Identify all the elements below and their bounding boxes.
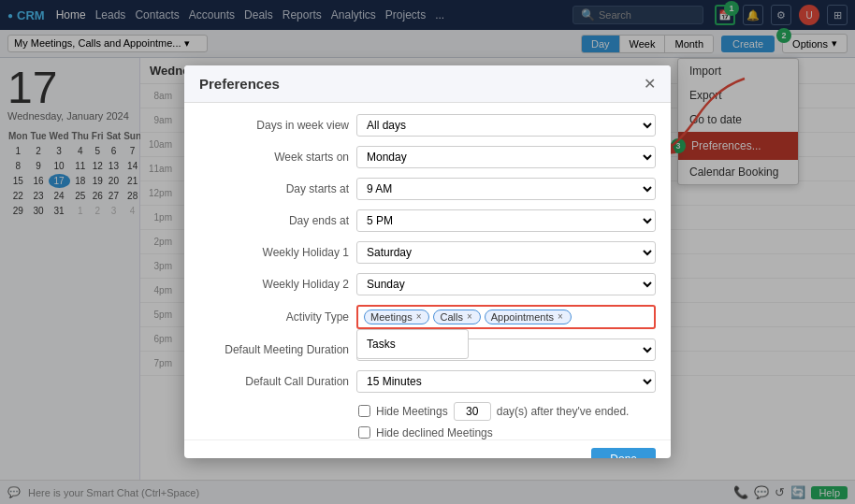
pref-label-days-week: Days in week view	[199, 119, 349, 132]
pref-title: Preferences	[199, 76, 280, 92]
hide-meetings-checkbox[interactable]	[358, 405, 370, 417]
pref-row-hide-declined: Hide declined Meetings	[199, 426, 656, 439]
tasks-dropdown: Tasks	[356, 329, 469, 359]
tag-appointments[interactable]: Appointments ×	[485, 310, 572, 324]
pref-row-call-duration: Default Call Duration 15 Minutes	[199, 370, 656, 393]
hide-meetings-label: Hide Meetings	[376, 405, 448, 418]
pref-select-day-starts[interactable]: 9 AM	[356, 178, 656, 200]
hide-declined-label: Hide declined Meetings	[376, 426, 493, 439]
hide-declined-checkbox[interactable]	[358, 426, 370, 439]
pref-row-hide-meetings: Hide Meetings day(s) after they've ended…	[199, 402, 656, 421]
pref-label-meeting-duration: Default Meeting Duration	[199, 343, 349, 356]
activity-tags-container[interactable]: Meetings × Calls × Appointments ×	[356, 305, 656, 329]
pref-header: Preferences ✕	[184, 65, 671, 103]
tag-meetings[interactable]: Meetings ×	[364, 310, 429, 324]
hide-meetings-suffix: day(s) after they've ended.	[497, 405, 630, 418]
modal-backdrop: Preferences ✕ Days in week view All days…	[0, 0, 855, 504]
pref-select-day-ends[interactable]: 5 PM	[356, 209, 656, 232]
pref-label-day-starts: Day starts at	[199, 182, 349, 195]
pref-close-button[interactable]: ✕	[644, 75, 656, 93]
pref-select-holiday1[interactable]: Saturday	[356, 241, 656, 264]
pref-row-day-ends: Day ends at 5 PM	[199, 209, 656, 232]
pref-row-holiday1: Weekly Holiday 1 Saturday	[199, 241, 656, 264]
preferences-dialog: Preferences ✕ Days in week view All days…	[184, 65, 671, 458]
pref-label-call-duration: Default Call Duration	[199, 375, 349, 388]
activity-type-input[interactable]	[575, 310, 594, 324]
pref-select-week-starts[interactable]: Monday	[356, 146, 656, 168]
pref-row-day-starts: Day starts at 9 AM	[199, 178, 656, 200]
pref-row-activity-type: Activity Type Meetings × Calls × Appoint…	[199, 305, 656, 329]
pref-select-holiday2[interactable]: Sunday	[356, 273, 656, 295]
pref-body: Days in week view All days Week starts o…	[184, 103, 671, 439]
pref-row-week-starts: Week starts on Monday	[199, 146, 656, 168]
pref-label-holiday1: Weekly Holiday 1	[199, 246, 349, 259]
pref-row-holiday2: Weekly Holiday 2 Sunday	[199, 273, 656, 295]
remove-appointments-tag[interactable]: ×	[558, 311, 563, 322]
pref-label-activity-type: Activity Type	[199, 310, 349, 324]
pref-row-days-week: Days in week view All days	[199, 114, 656, 137]
pref-label-day-ends: Day ends at	[199, 214, 349, 227]
done-button[interactable]: Done	[591, 448, 656, 458]
remove-meetings-tag[interactable]: ×	[416, 311, 422, 322]
pref-select-call-duration[interactable]: 15 Minutes	[356, 370, 656, 393]
hide-meetings-days-input[interactable]	[454, 402, 491, 421]
tag-calls[interactable]: Calls ×	[433, 310, 480, 324]
pref-footer: Done	[184, 439, 671, 458]
tasks-option[interactable]: Tasks	[357, 334, 468, 354]
remove-calls-tag[interactable]: ×	[467, 311, 472, 322]
pref-select-days-week[interactable]: All days	[356, 114, 656, 137]
pref-label-holiday2: Weekly Holiday 2	[199, 278, 349, 291]
pref-label-week-starts: Week starts on	[199, 151, 349, 164]
